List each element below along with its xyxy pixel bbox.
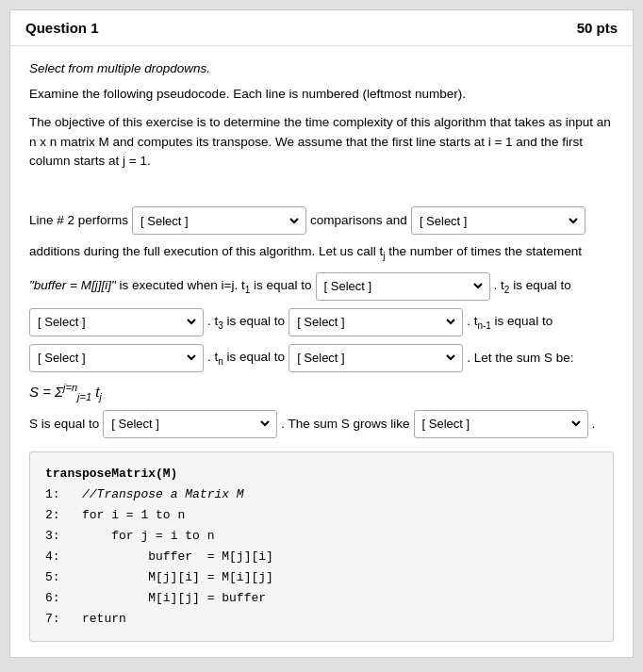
code-line-1: 1: //Transpose a Matrix M: [45, 484, 598, 505]
tn1-row: [ Select ] 01nn-1n(n-1)/2 . tn is equal …: [29, 344, 614, 372]
additions-text1: additions during the full execution of t…: [29, 244, 383, 258]
tn1-label: . tn-1 is equal to: [467, 310, 552, 335]
code-line-7: 7: return: [45, 609, 598, 630]
math-sum-line: S = Σj=nj=1 tj: [29, 382, 614, 402]
t2-label: . t2 is equal to: [494, 274, 571, 299]
additions-para: additions during the full execution of t…: [29, 242, 614, 263]
select3-wrapper[interactable]: [ Select ] 01nn-1n(n-1)/2: [316, 272, 490, 301]
code-mij-assign: M[i][j] = buffer: [148, 591, 266, 605]
code-line-6: 6: M[i][j] = buffer: [45, 588, 598, 609]
select8-wrapper[interactable]: [ Select ] 01nn-1n(n-1)/2: [103, 410, 277, 438]
s-equal-label: S is equal to: [29, 413, 99, 435]
select6-wrapper[interactable]: [ Select ] 01nn-1n(n-1)/2: [29, 344, 204, 372]
select-line2-additions[interactable]: [ Select ] 01nn-1n(n-1)/2: [416, 213, 581, 229]
card-body: Select from multiple dropdowns. Examine …: [10, 46, 633, 657]
card-header: Question 1 50 pts: [10, 10, 633, 46]
select9-wrapper[interactable]: [ Select ] 01nn-1n(n-1)/2: [414, 410, 588, 438]
math-sigma: S = Σj=nj=1 tj: [29, 384, 102, 400]
question-pts: 50 pts: [577, 20, 618, 36]
t2-row: [ Select ] 01nn-1n(n-1)/2 . t3 is equal …: [29, 308, 614, 336]
select-t3[interactable]: [ Select ] 01nn-1n(n-1)/2: [293, 314, 458, 330]
tn-label: . tn is equal to: [207, 346, 285, 370]
select-t1[interactable]: [ Select ] 01nn-1n(n-1)/2: [321, 278, 486, 294]
sum-grows-label: . The sum S grows like: [281, 413, 409, 435]
select-tn[interactable]: [ Select ] 01nn-1n(n-1)/2: [293, 350, 458, 366]
code-fn-line: transposeMatrix(M): [45, 464, 598, 484]
select-tn1[interactable]: [ Select ] 01nn-1n(n-1)/2: [34, 350, 199, 366]
buffer-row: "buffer = M[j][i]" is executed when i=j.…: [29, 272, 614, 301]
select1-wrapper[interactable]: [ Select ] 01nn-1n(n-1)/2: [132, 206, 306, 235]
code-line-2: 2: for i = 1 to n: [45, 505, 598, 526]
select2-wrapper[interactable]: [ Select ] 01nn-1n(n-1)/2: [411, 206, 585, 235]
code-for-i: for i = 1 to n: [82, 508, 185, 522]
code-return: return: [82, 612, 126, 626]
line2-label: Line # 2 performs: [29, 209, 128, 232]
line2-row: Line # 2 performs [ Select ] 01nn-1n(n-1…: [29, 206, 614, 235]
select-t2[interactable]: [ Select ] 01nn-1n(n-1)/2: [34, 314, 199, 330]
para1: Examine the following pseudocode. Each l…: [29, 85, 614, 104]
period: .: [592, 413, 596, 435]
question-card: Question 1 50 pts Select from multiple d…: [9, 9, 634, 658]
buffer-stmt: "buffer = M[j][i]" is executed when i=j.…: [29, 274, 312, 299]
additions-text2: the number of times the statement: [385, 244, 582, 258]
select5-wrapper[interactable]: [ Select ] 01nn-1n(n-1)/2: [289, 308, 463, 336]
code-buffer-assign: buffer = M[j][i]: [148, 549, 273, 564]
s-equal-row: S is equal to [ Select ] 01nn-1n(n-1)/2 …: [29, 410, 614, 438]
select4-wrapper[interactable]: [ Select ] 01nn-1n(n-1)/2: [29, 308, 204, 336]
select-sum-grows[interactable]: [ Select ] 01nn-1n(n-1)/2: [419, 416, 584, 432]
select-line2-comparisons[interactable]: [ Select ] 01nn-1n(n-1)/2: [137, 213, 302, 229]
let-sum-label: . Let the sum S be:: [467, 347, 573, 369]
code-comment: //Transpose a Matrix M: [82, 487, 244, 501]
code-line-3: 3: for j = i to n: [45, 526, 598, 547]
code-mji-assign: M[j][i] = M[i][j]: [148, 570, 273, 584]
instruction-text: Select from multiple dropdowns.: [29, 61, 614, 75]
t3-label: . t3 is equal to: [207, 310, 285, 335]
select-s-equal[interactable]: [ Select ] 01nn-1n(n-1)/2: [107, 416, 272, 432]
code-fn-name: transposeMatrix(M): [45, 467, 177, 481]
question-title: Question 1: [25, 20, 99, 36]
comparisons-and: comparisons and: [310, 209, 407, 232]
select7-wrapper[interactable]: [ Select ] 01nn-1n(n-1)/2: [289, 344, 463, 372]
code-for-j: for j = i to n: [111, 529, 214, 543]
code-line-5: 5: M[j][i] = M[i][j]: [45, 567, 598, 588]
code-block: transposeMatrix(M) 1: //Transpose a Matr…: [29, 451, 614, 643]
code-line-4: 4: buffer = M[j][i]: [45, 547, 598, 567]
para2: The objective of this exercise is to det…: [29, 113, 614, 171]
